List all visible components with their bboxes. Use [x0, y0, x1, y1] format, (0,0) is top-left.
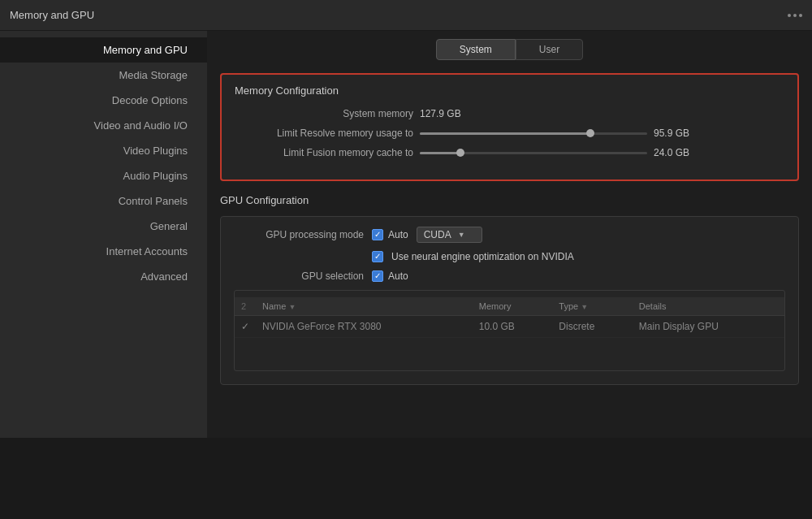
- memory-config-box: Memory Configuration System memory 127.9…: [220, 73, 799, 181]
- titlebar-menu[interactable]: [788, 14, 802, 17]
- main-panel: System User Memory Configuration System …: [207, 31, 812, 438]
- gpu-mode-checkbox[interactable]: ✓: [372, 229, 383, 240]
- system-memory-label: System memory: [235, 108, 413, 119]
- gpu-mode-auto-label: Auto: [388, 229, 408, 240]
- limit-resolve-label: Limit Resolve memory usage to: [235, 128, 413, 139]
- gpu-row-name: NVIDIA GeForce RTX 3080: [256, 316, 473, 338]
- limit-fusion-row: Limit Fusion memory cache to 24.0 GB: [235, 147, 784, 158]
- panel-content: Memory Configuration System memory 127.9…: [207, 67, 812, 438]
- sidebar-item-audio-plugins[interactable]: Audio Plugins: [0, 163, 207, 188]
- gpu-row-type: Discrete: [552, 316, 633, 338]
- gpu-config-title: GPU Configuration: [220, 194, 799, 206]
- sidebar-item-advanced[interactable]: Advanced: [0, 264, 207, 289]
- sidebar: Memory and GPU Media Storage Decode Opti…: [0, 31, 207, 438]
- limit-resolve-row: Limit Resolve memory usage to 95.9 GB: [235, 128, 784, 139]
- limit-fusion-value: 24.0 GB: [654, 147, 702, 158]
- gpu-selection-auto-label: Auto: [388, 270, 408, 282]
- gpu-mode-checkbox-wrap: ✓ Auto: [372, 229, 408, 240]
- gpu-mode-checkmark: ✓: [374, 231, 381, 239]
- main-window: Memory and GPU Memory and GPU Media Stor…: [0, 0, 812, 519]
- cuda-dropdown[interactable]: CUDA ▼: [417, 227, 482, 243]
- limit-fusion-slider-fill: [420, 152, 460, 154]
- neural-checkbox[interactable]: ✓: [372, 251, 383, 262]
- neural-row: ✓ Use neural engine optimization on NVID…: [234, 251, 785, 262]
- sidebar-item-general[interactable]: General: [0, 214, 207, 239]
- tab-system[interactable]: System: [436, 39, 516, 60]
- gpu-config-section: GPU Configuration GPU processing mode ✓ …: [220, 194, 799, 385]
- gpu-table-col-name[interactable]: Name ▼: [256, 297, 473, 316]
- limit-resolve-slider-thumb[interactable]: [586, 129, 594, 137]
- sidebar-item-video-audio-io[interactable]: Video and Audio I/O: [0, 113, 207, 138]
- neural-label: Use neural engine optimization on NVIDIA: [391, 251, 574, 262]
- gpu-row-memory: 10.0 GB: [473, 316, 553, 338]
- gpu-selection-checkmark: ✓: [374, 272, 381, 280]
- gpu-config-box: GPU processing mode ✓ Auto CUDA ▼: [220, 216, 799, 385]
- neural-checkmark: ✓: [374, 253, 381, 261]
- gpu-table-col-memory[interactable]: Memory: [473, 297, 553, 316]
- limit-resolve-value: 95.9 GB: [654, 128, 702, 139]
- gpu-row-details: Main Display GPU: [633, 316, 784, 338]
- sidebar-item-media-storage[interactable]: Media Storage: [0, 63, 207, 88]
- limit-fusion-slider-track: [420, 152, 647, 154]
- system-memory-value: 127.9 GB: [420, 108, 469, 119]
- gpu-selection-checkbox-wrap: ✓ Auto: [372, 270, 408, 282]
- cuda-dropdown-arrow: ▼: [458, 231, 465, 239]
- gpu-table-header: 2 Name ▼ Memory Type ▼ Details: [235, 297, 784, 316]
- window-title: Memory and GPU: [10, 9, 94, 21]
- gpu-table: 2 Name ▼ Memory Type ▼ Details: [235, 297, 784, 338]
- gpu-table-col-type[interactable]: Type ▼: [552, 297, 633, 316]
- sidebar-item-control-panels[interactable]: Control Panels: [0, 188, 207, 214]
- content-area: Memory and GPU Media Storage Decode Opti…: [0, 31, 812, 438]
- sidebar-item-internet-accounts[interactable]: Internet Accounts: [0, 239, 207, 264]
- gpu-table-container: 2 Name ▼ Memory Type ▼ Details: [234, 290, 785, 371]
- gpu-selection-row: GPU selection ✓ Auto: [234, 270, 785, 282]
- gpu-mode-row: GPU processing mode ✓ Auto CUDA ▼: [234, 227, 785, 243]
- titlebar: Memory and GPU: [0, 0, 812, 31]
- limit-fusion-label: Limit Fusion memory cache to: [235, 147, 413, 158]
- bottom-area: [0, 438, 812, 519]
- tab-user[interactable]: User: [516, 39, 583, 60]
- gpu-table-col-details: Details: [633, 297, 784, 316]
- sidebar-item-video-plugins[interactable]: Video Plugins: [0, 138, 207, 163]
- table-row: ✓ NVIDIA GeForce RTX 3080 10.0 GB Discre…: [235, 316, 784, 338]
- system-memory-row: System memory 127.9 GB: [235, 108, 784, 119]
- gpu-selection-checkbox[interactable]: ✓: [372, 270, 383, 282]
- sidebar-item-memory-gpu[interactable]: Memory and GPU: [0, 37, 207, 63]
- gpu-table-col-num: 2: [235, 297, 256, 316]
- gpu-mode-label: GPU processing mode: [234, 229, 364, 240]
- limit-resolve-slider-fill: [420, 132, 590, 135]
- memory-config-title: Memory Configuration: [235, 84, 784, 97]
- gpu-row-check: ✓: [235, 316, 256, 338]
- memory-config-section: Memory Configuration System memory 127.9…: [220, 73, 799, 181]
- gpu-selection-label: GPU selection: [234, 270, 364, 282]
- limit-fusion-slider-thumb[interactable]: [456, 149, 464, 157]
- tabs: System User: [207, 31, 812, 67]
- sidebar-item-decode-options[interactable]: Decode Options: [0, 88, 207, 113]
- limit-resolve-slider-track: [420, 132, 647, 135]
